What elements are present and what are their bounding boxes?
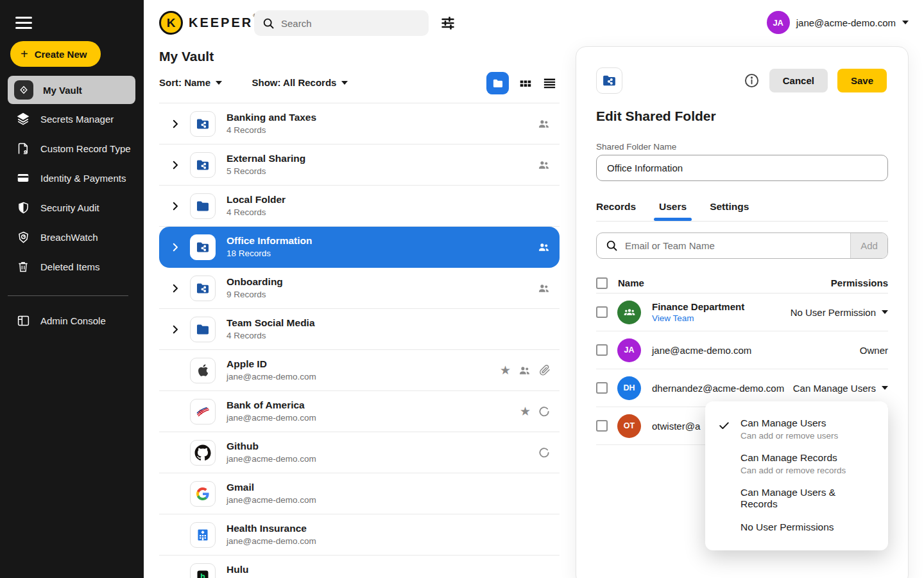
tab-users[interactable]: Users bbox=[659, 201, 687, 221]
record-row-hulu[interactable]: h Hulu jane@acme-demo.com bbox=[159, 556, 560, 578]
top-bar: K KEEPER® JA jane@acme-demo.com bbox=[144, 0, 924, 46]
item-subtitle: 9 Records bbox=[227, 289, 283, 301]
apple-icon bbox=[190, 358, 216, 383]
item-name: Github bbox=[227, 440, 316, 453]
list-view-button[interactable] bbox=[542, 76, 557, 91]
vault-list: Banking and Taxes 4 Records External Sha… bbox=[159, 103, 560, 578]
record-row-apple-id[interactable]: Apple ID jane@acme-demo.com ★ bbox=[159, 350, 560, 391]
vault-icon bbox=[14, 80, 33, 100]
sidebar-item-label: Admin Console bbox=[40, 315, 106, 326]
sync-icon bbox=[538, 446, 551, 459]
item-name: Hulu bbox=[227, 563, 316, 577]
shared-folder-name-input[interactable] bbox=[596, 155, 888, 181]
star-icon[interactable]: ★ bbox=[500, 364, 511, 376]
sidebar-item-security-audit[interactable]: Security Audit bbox=[0, 193, 144, 222]
permission-dropdown[interactable]: No User Permission bbox=[791, 307, 888, 318]
user-avatar: DH bbox=[617, 376, 641, 400]
sidebar-item-deleted-items[interactable]: Deleted Items bbox=[0, 252, 144, 281]
permission-menu: Can Manage Users Can add or remove users… bbox=[705, 401, 888, 550]
record-row-github[interactable]: Github jane@acme-demo.com bbox=[159, 432, 560, 473]
chevron-right-icon[interactable] bbox=[169, 324, 184, 335]
email-or-team-input[interactable] bbox=[625, 240, 850, 251]
folder-icon bbox=[190, 317, 216, 342]
sidebar-item-label: Secrets Manager bbox=[40, 114, 114, 125]
record-row-health-insurance[interactable]: Health Insurance jane@acme-demo.com bbox=[159, 514, 560, 556]
credit-card-icon bbox=[15, 170, 31, 186]
folder-row-onboarding[interactable]: Onboarding 9 Records bbox=[159, 268, 560, 309]
trash-icon bbox=[15, 259, 31, 274]
chevron-right-icon[interactable] bbox=[169, 200, 184, 212]
paperclip-icon bbox=[538, 364, 551, 376]
menu-item-can-manage-users[interactable]: Can Manage Users Can add or remove users bbox=[705, 412, 888, 446]
add-button[interactable]: Add bbox=[850, 233, 887, 258]
filter-sliders-icon[interactable] bbox=[440, 15, 456, 31]
folder-row-banking-and-taxes[interactable]: Banking and Taxes 4 Records bbox=[159, 103, 560, 144]
menu-item-no-user-permissions[interactable]: No User Permissions bbox=[705, 516, 888, 539]
item-name: Local Folder bbox=[227, 193, 286, 207]
sidebar-item-secrets-manager[interactable]: Secrets Manager bbox=[0, 104, 144, 134]
row-checkbox[interactable] bbox=[596, 382, 608, 394]
folder-row-team-social-media[interactable]: Team Social Media 4 Records bbox=[159, 309, 560, 350]
edit-shared-folder-panel: Cancel Save Edit Shared Folder Shared Fo… bbox=[576, 46, 909, 578]
sidebar-item-admin-console[interactable]: Admin Console bbox=[0, 306, 144, 335]
hamburger-menu-icon[interactable] bbox=[15, 17, 32, 30]
item-name: Apple ID bbox=[227, 358, 316, 371]
folder-row-local-folder[interactable]: Local Folder 4 Records bbox=[159, 186, 560, 227]
tab-records[interactable]: Records bbox=[596, 201, 636, 221]
chevron-down-icon bbox=[341, 81, 348, 85]
item-subtitle: jane@acme-demo.com bbox=[227, 371, 316, 383]
row-checkbox[interactable] bbox=[596, 420, 608, 432]
people-icon bbox=[518, 363, 531, 377]
keeper-wordmark: KEEPER® bbox=[189, 15, 257, 30]
user-row-jane[interactable]: JA jane@acme-demo.com Owner bbox=[596, 331, 888, 369]
global-search[interactable] bbox=[254, 10, 429, 36]
star-icon[interactable]: ★ bbox=[520, 405, 531, 417]
info-icon[interactable] bbox=[744, 73, 760, 89]
row-checkbox[interactable] bbox=[596, 306, 608, 318]
folder-row-external-sharing[interactable]: External Sharing 5 Records bbox=[159, 144, 560, 186]
row-checkbox[interactable] bbox=[596, 344, 608, 356]
user-row-finance-department[interactable]: Finance Department View Team No User Per… bbox=[596, 293, 888, 331]
menu-item-can-manage-users-records[interactable]: Can Manage Users & Records bbox=[705, 481, 888, 516]
user-avatar: JA bbox=[767, 11, 790, 34]
cancel-button[interactable]: Cancel bbox=[769, 69, 828, 92]
create-new-button[interactable]: + Create New bbox=[10, 41, 101, 67]
sidebar-item-my-vault[interactable]: My Vault bbox=[8, 76, 135, 104]
chevron-right-icon[interactable] bbox=[169, 118, 184, 130]
sidebar-item-custom-record-type[interactable]: Custom Record Type bbox=[0, 134, 144, 163]
item-name: Health Insurance bbox=[227, 522, 316, 536]
grid-view-button[interactable] bbox=[518, 76, 533, 91]
select-all-checkbox[interactable] bbox=[596, 277, 608, 289]
user-name: jane@acme-demo.com bbox=[652, 345, 751, 356]
sort-dropdown[interactable]: Sort: Name bbox=[159, 77, 222, 88]
tab-settings[interactable]: Settings bbox=[710, 201, 749, 221]
layers-icon bbox=[15, 111, 31, 127]
chevron-right-icon[interactable] bbox=[169, 283, 184, 294]
check-icon bbox=[718, 417, 732, 441]
list-controls: Sort: Name Show: All Records bbox=[159, 77, 560, 95]
save-button[interactable]: Save bbox=[837, 69, 887, 92]
document-gear-icon bbox=[15, 141, 31, 156]
user-avatar: JA bbox=[617, 338, 641, 362]
chevron-right-icon[interactable] bbox=[169, 159, 184, 171]
show-dropdown[interactable]: Show: All Records bbox=[252, 77, 348, 88]
chevron-right-icon[interactable] bbox=[169, 241, 184, 253]
people-icon bbox=[537, 117, 551, 130]
column-permissions: Permissions bbox=[831, 277, 888, 288]
sidebar-item-identity-payments[interactable]: Identity & Payments bbox=[0, 163, 144, 193]
folder-view-button[interactable] bbox=[486, 72, 509, 94]
record-row-gmail[interactable]: Gmail jane@acme-demo.com bbox=[159, 473, 560, 514]
sidebar-item-breachwatch[interactable]: BreachWatch bbox=[0, 222, 144, 252]
shared-folder-icon bbox=[190, 111, 216, 137]
menu-item-can-manage-records[interactable]: Can Manage Records Can add or remove rec… bbox=[705, 446, 888, 481]
item-name: Office Information bbox=[227, 234, 312, 248]
item-subtitle: 4 Records bbox=[227, 330, 315, 342]
chevron-down-icon bbox=[882, 310, 888, 314]
record-row-bank-of-america[interactable]: Bank of America jane@acme-demo.com ★ bbox=[159, 391, 560, 432]
folder-row-office-information[interactable]: Office Information 18 Records bbox=[159, 227, 560, 268]
chevron-down-icon bbox=[882, 386, 888, 390]
account-menu[interactable]: JA jane@acme-demo.com bbox=[767, 11, 909, 34]
view-team-link[interactable]: View Team bbox=[652, 313, 744, 323]
search-input[interactable] bbox=[281, 18, 409, 29]
permission-dropdown[interactable]: Can Manage Users bbox=[793, 383, 888, 394]
